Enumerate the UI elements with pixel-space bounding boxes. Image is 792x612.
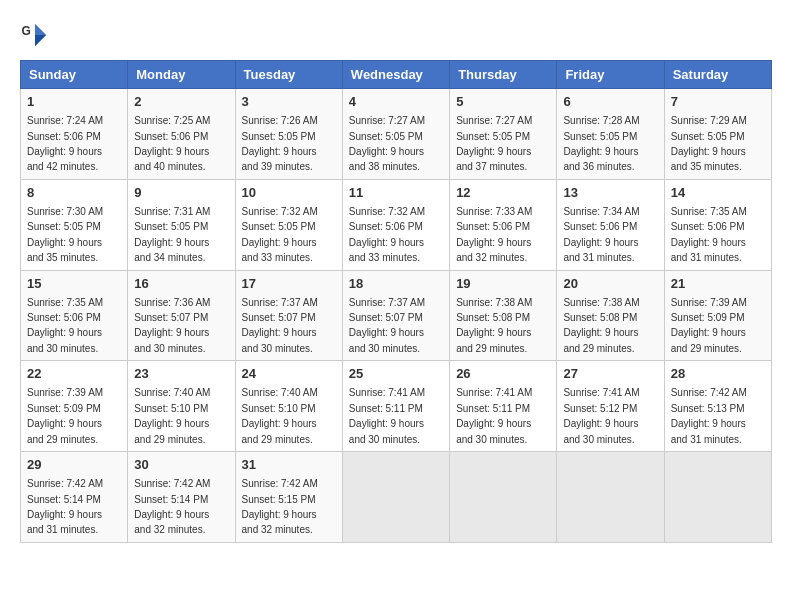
day-number: 1 (27, 93, 121, 111)
calendar-cell: 20 Sunrise: 7:38 AMSunset: 5:08 PMDaylig… (557, 270, 664, 361)
day-info: Sunrise: 7:27 AMSunset: 5:05 PMDaylight:… (349, 115, 425, 172)
logo: G (20, 20, 54, 50)
day-number: 11 (349, 184, 443, 202)
day-number: 4 (349, 93, 443, 111)
calendar-cell: 23 Sunrise: 7:40 AMSunset: 5:10 PMDaylig… (128, 361, 235, 452)
week-row-1: 1 Sunrise: 7:24 AMSunset: 5:06 PMDayligh… (21, 89, 772, 180)
day-header-sunday: Sunday (21, 61, 128, 89)
week-row-2: 8 Sunrise: 7:30 AMSunset: 5:05 PMDayligh… (21, 179, 772, 270)
calendar-cell: 26 Sunrise: 7:41 AMSunset: 5:11 PMDaylig… (450, 361, 557, 452)
day-info: Sunrise: 7:40 AMSunset: 5:10 PMDaylight:… (242, 387, 318, 444)
day-info: Sunrise: 7:25 AMSunset: 5:06 PMDaylight:… (134, 115, 210, 172)
week-row-3: 15 Sunrise: 7:35 AMSunset: 5:06 PMDaylig… (21, 270, 772, 361)
day-number: 10 (242, 184, 336, 202)
day-number: 29 (27, 456, 121, 474)
day-info: Sunrise: 7:30 AMSunset: 5:05 PMDaylight:… (27, 206, 103, 263)
header: G (20, 20, 772, 50)
day-info: Sunrise: 7:38 AMSunset: 5:08 PMDaylight:… (563, 297, 639, 354)
calendar-cell (664, 452, 771, 543)
calendar-cell: 27 Sunrise: 7:41 AMSunset: 5:12 PMDaylig… (557, 361, 664, 452)
day-info: Sunrise: 7:26 AMSunset: 5:05 PMDaylight:… (242, 115, 318, 172)
day-info: Sunrise: 7:42 AMSunset: 5:14 PMDaylight:… (27, 478, 103, 535)
day-number: 24 (242, 365, 336, 383)
day-info: Sunrise: 7:35 AMSunset: 5:06 PMDaylight:… (27, 297, 103, 354)
calendar-cell: 5 Sunrise: 7:27 AMSunset: 5:05 PMDayligh… (450, 89, 557, 180)
logo-icon: G (20, 20, 50, 50)
day-info: Sunrise: 7:38 AMSunset: 5:08 PMDaylight:… (456, 297, 532, 354)
day-info: Sunrise: 7:41 AMSunset: 5:11 PMDaylight:… (349, 387, 425, 444)
day-info: Sunrise: 7:37 AMSunset: 5:07 PMDaylight:… (349, 297, 425, 354)
calendar-cell: 15 Sunrise: 7:35 AMSunset: 5:06 PMDaylig… (21, 270, 128, 361)
day-number: 8 (27, 184, 121, 202)
week-row-4: 22 Sunrise: 7:39 AMSunset: 5:09 PMDaylig… (21, 361, 772, 452)
day-number: 25 (349, 365, 443, 383)
calendar-cell: 16 Sunrise: 7:36 AMSunset: 5:07 PMDaylig… (128, 270, 235, 361)
calendar-cell: 10 Sunrise: 7:32 AMSunset: 5:05 PMDaylig… (235, 179, 342, 270)
day-number: 6 (563, 93, 657, 111)
day-info: Sunrise: 7:31 AMSunset: 5:05 PMDaylight:… (134, 206, 210, 263)
day-info: Sunrise: 7:41 AMSunset: 5:12 PMDaylight:… (563, 387, 639, 444)
day-info: Sunrise: 7:37 AMSunset: 5:07 PMDaylight:… (242, 297, 318, 354)
calendar-cell: 4 Sunrise: 7:27 AMSunset: 5:05 PMDayligh… (342, 89, 449, 180)
calendar-cell: 9 Sunrise: 7:31 AMSunset: 5:05 PMDayligh… (128, 179, 235, 270)
calendar-cell: 18 Sunrise: 7:37 AMSunset: 5:07 PMDaylig… (342, 270, 449, 361)
day-number: 23 (134, 365, 228, 383)
day-info: Sunrise: 7:36 AMSunset: 5:07 PMDaylight:… (134, 297, 210, 354)
calendar-cell: 25 Sunrise: 7:41 AMSunset: 5:11 PMDaylig… (342, 361, 449, 452)
calendar-cell: 2 Sunrise: 7:25 AMSunset: 5:06 PMDayligh… (128, 89, 235, 180)
calendar-cell: 17 Sunrise: 7:37 AMSunset: 5:07 PMDaylig… (235, 270, 342, 361)
day-number: 16 (134, 275, 228, 293)
day-header-friday: Friday (557, 61, 664, 89)
calendar-cell: 22 Sunrise: 7:39 AMSunset: 5:09 PMDaylig… (21, 361, 128, 452)
day-number: 22 (27, 365, 121, 383)
day-info: Sunrise: 7:34 AMSunset: 5:06 PMDaylight:… (563, 206, 639, 263)
day-number: 28 (671, 365, 765, 383)
calendar-cell (450, 452, 557, 543)
day-header-tuesday: Tuesday (235, 61, 342, 89)
day-number: 17 (242, 275, 336, 293)
day-info: Sunrise: 7:41 AMSunset: 5:11 PMDaylight:… (456, 387, 532, 444)
svg-marker-1 (35, 24, 46, 35)
calendar-cell: 28 Sunrise: 7:42 AMSunset: 5:13 PMDaylig… (664, 361, 771, 452)
day-number: 21 (671, 275, 765, 293)
day-number: 3 (242, 93, 336, 111)
day-info: Sunrise: 7:42 AMSunset: 5:14 PMDaylight:… (134, 478, 210, 535)
calendar-cell: 24 Sunrise: 7:40 AMSunset: 5:10 PMDaylig… (235, 361, 342, 452)
day-header-thursday: Thursday (450, 61, 557, 89)
calendar-cell: 21 Sunrise: 7:39 AMSunset: 5:09 PMDaylig… (664, 270, 771, 361)
calendar-cell: 19 Sunrise: 7:38 AMSunset: 5:08 PMDaylig… (450, 270, 557, 361)
day-header-saturday: Saturday (664, 61, 771, 89)
calendar-cell: 1 Sunrise: 7:24 AMSunset: 5:06 PMDayligh… (21, 89, 128, 180)
calendar-cell: 6 Sunrise: 7:28 AMSunset: 5:05 PMDayligh… (557, 89, 664, 180)
day-number: 27 (563, 365, 657, 383)
calendar-cell (342, 452, 449, 543)
day-info: Sunrise: 7:35 AMSunset: 5:06 PMDaylight:… (671, 206, 747, 263)
day-number: 18 (349, 275, 443, 293)
calendar-cell: 3 Sunrise: 7:26 AMSunset: 5:05 PMDayligh… (235, 89, 342, 180)
calendar-cell: 11 Sunrise: 7:32 AMSunset: 5:06 PMDaylig… (342, 179, 449, 270)
calendar-cell: 31 Sunrise: 7:42 AMSunset: 5:15 PMDaylig… (235, 452, 342, 543)
svg-text:G: G (22, 24, 31, 38)
day-info: Sunrise: 7:32 AMSunset: 5:05 PMDaylight:… (242, 206, 318, 263)
svg-marker-2 (35, 35, 46, 46)
calendar-cell (557, 452, 664, 543)
day-info: Sunrise: 7:24 AMSunset: 5:06 PMDaylight:… (27, 115, 103, 172)
calendar-cell: 7 Sunrise: 7:29 AMSunset: 5:05 PMDayligh… (664, 89, 771, 180)
day-info: Sunrise: 7:40 AMSunset: 5:10 PMDaylight:… (134, 387, 210, 444)
day-header-monday: Monday (128, 61, 235, 89)
day-number: 31 (242, 456, 336, 474)
day-number: 26 (456, 365, 550, 383)
calendar-cell: 30 Sunrise: 7:42 AMSunset: 5:14 PMDaylig… (128, 452, 235, 543)
day-header-row: SundayMondayTuesdayWednesdayThursdayFrid… (21, 61, 772, 89)
day-number: 20 (563, 275, 657, 293)
day-info: Sunrise: 7:42 AMSunset: 5:13 PMDaylight:… (671, 387, 747, 444)
day-info: Sunrise: 7:33 AMSunset: 5:06 PMDaylight:… (456, 206, 532, 263)
day-number: 13 (563, 184, 657, 202)
calendar-cell: 13 Sunrise: 7:34 AMSunset: 5:06 PMDaylig… (557, 179, 664, 270)
calendar-table: SundayMondayTuesdayWednesdayThursdayFrid… (20, 60, 772, 543)
day-info: Sunrise: 7:29 AMSunset: 5:05 PMDaylight:… (671, 115, 747, 172)
calendar-cell: 8 Sunrise: 7:30 AMSunset: 5:05 PMDayligh… (21, 179, 128, 270)
day-number: 7 (671, 93, 765, 111)
day-header-wednesday: Wednesday (342, 61, 449, 89)
day-info: Sunrise: 7:39 AMSunset: 5:09 PMDaylight:… (671, 297, 747, 354)
